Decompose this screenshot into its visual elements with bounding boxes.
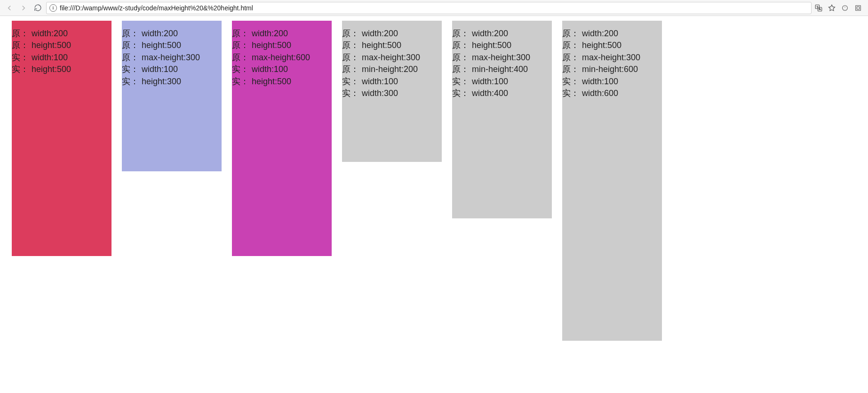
line-label: 实： [122,76,142,87]
line-value: min-height:200 [362,64,442,75]
line-label: 实： [232,64,252,75]
line-label: 原： [232,40,252,51]
line-label: 实： [562,88,582,99]
line-value: height:500 [362,40,442,51]
bookmark-button[interactable] [828,4,836,12]
line-value: width:200 [142,28,222,39]
translate-button[interactable] [814,4,823,12]
box-line: 原：width:200 [342,28,442,40]
box-line: 原：width:200 [122,28,222,40]
circle-icon [841,4,849,12]
line-value: width:400 [472,88,552,99]
box-line: 原：height:500 [562,40,662,52]
line-value: min-height:600 [582,64,662,75]
line-label: 原： [122,28,142,39]
line-value: max-height:300 [142,52,222,63]
box-line: 原：height:500 [342,40,442,52]
line-label: 原： [342,64,362,75]
line-value: width:200 [252,28,332,39]
line-value: width:100 [142,64,222,75]
line-label: 实： [12,52,32,63]
line-label: 实： [232,76,252,87]
line-value: height:500 [582,40,662,51]
line-value: max-height:600 [252,52,332,63]
line-label: 原： [12,40,32,51]
box-line: 实：width:100 [342,76,442,88]
box-line: 实：width:400 [452,88,552,100]
line-value: width:200 [362,28,442,39]
back-button[interactable] [4,2,15,14]
line-value: max-height:300 [472,52,552,63]
box-line: 原：min-height:200 [342,64,442,76]
demo-box-6: 原：width:200原：height:500原：max-height:300原… [562,21,662,341]
line-value: height:500 [472,40,552,51]
info-icon: i [49,4,57,12]
box-line: 原：min-height:600 [562,64,662,76]
line-label: 实： [562,76,582,87]
line-value: height:500 [142,40,222,51]
line-value: width:100 [32,52,111,63]
box-line: 实：width:100 [452,76,552,88]
box-line: 实：width:100 [562,76,662,88]
box-line: 原：height:500 [452,40,552,52]
box-line: 原：max-height:300 [122,52,222,64]
box-line: 实：width:300 [342,88,442,100]
line-label: 原： [342,28,362,39]
line-label: 原： [562,28,582,39]
line-value: min-height:400 [472,64,552,75]
line-value: width:200 [582,28,662,39]
forward-button[interactable] [18,2,29,14]
line-value: max-height:300 [362,52,442,63]
box-line: 原：max-height:300 [342,52,442,64]
extension-button-2[interactable] [854,4,862,12]
line-label: 实： [342,76,362,87]
box-line: 原：max-height:300 [452,52,552,64]
line-label: 原： [342,40,362,51]
reload-button[interactable] [32,2,43,14]
line-label: 原： [122,52,142,63]
line-value: width:600 [582,88,662,99]
line-value: height:500 [32,64,111,75]
box-line: 实：width:100 [12,52,111,64]
line-label: 原： [562,52,582,63]
line-label: 原： [122,40,142,51]
line-label: 原： [232,28,252,39]
extension-button-1[interactable] [841,4,849,12]
line-label: 原： [452,64,472,75]
line-value: height:500 [32,40,111,51]
demo-box-2: 原：width:200原：height:500原：max-height:300实… [122,21,222,171]
line-value: width:100 [362,76,442,87]
line-label: 原： [452,52,472,63]
translate-icon [814,4,823,12]
box-line: 原：height:500 [12,40,111,52]
line-value: height:500 [252,40,332,51]
svg-point-2 [843,5,848,10]
box-line: 原：min-height:400 [452,64,552,76]
line-label: 原： [562,40,582,51]
box-line: 原：height:500 [122,40,222,52]
line-label: 原： [12,28,32,39]
page-content: 原：width:200原：height:500实：width:100实：heig… [0,16,868,345]
toolbar-right [814,4,864,12]
line-value: width:100 [582,76,662,87]
line-label: 实： [342,88,362,99]
line-value: height:500 [252,76,332,87]
line-label: 实： [452,88,472,99]
demo-box-1: 原：width:200原：height:500实：width:100实：heig… [12,21,111,256]
address-bar[interactable]: i file:///D:/wamp/www/z-study/code/maxHe… [46,2,812,14]
line-label: 原： [452,40,472,51]
square-icon [854,4,862,12]
box-line: 实：width:600 [562,88,662,100]
line-value: width:200 [32,28,111,39]
box-line: 实：height:500 [12,64,111,76]
svg-rect-3 [856,5,861,10]
star-icon [828,4,836,12]
line-value: height:300 [142,76,222,87]
box-line: 原：max-height:300 [562,52,662,64]
arrow-left-icon [5,4,14,12]
box-line: 实：width:100 [122,64,222,76]
line-value: max-height:300 [582,52,662,63]
line-label: 实： [12,64,32,75]
demo-box-4: 原：width:200原：height:500原：max-height:300原… [342,21,442,162]
arrow-right-icon [19,4,28,12]
